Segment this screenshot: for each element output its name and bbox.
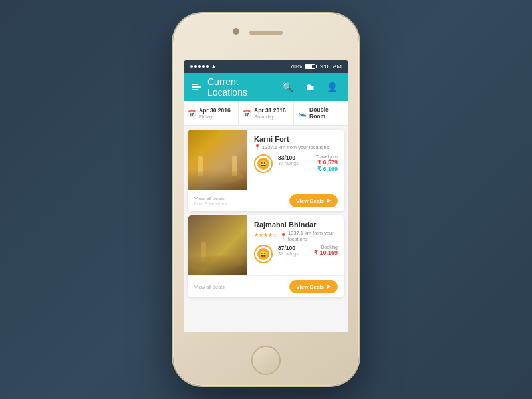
hotel-2-price: Booking ₹ 10,169 — [314, 245, 338, 256]
room-text: Double Room — [309, 106, 344, 120]
hotel-2-card-bottom: View all deals View Deals ➤ — [188, 275, 344, 297]
calendar-icon: 📅 — [188, 110, 196, 117]
hotel-1-distance: 📍 1337.1 km from your locations — [254, 144, 338, 150]
signal-icon — [190, 65, 209, 68]
hotel-card-2: Rajmahal Bhindar ★★★★☆ 📍 1337.1 km from … — [188, 215, 344, 297]
menu-icon[interactable] — [192, 84, 201, 90]
status-left: ▲ — [190, 63, 217, 70]
smile-icon: 😀 — [257, 158, 269, 170]
hotel-1-rating-row: 😀 83/100 37 ratings Travelguru ₹ 6,579 ₹… — [254, 154, 338, 173]
hotel-2-deals-label: View all deals — [194, 284, 225, 290]
hotel-1-view-deals-button[interactable]: View Deals ➤ — [289, 194, 338, 207]
pin-icon: 📍 — [254, 144, 261, 150]
app-header: Current Locations 🔍 🖿 👤 — [184, 73, 348, 101]
room-type: Double Room — [309, 106, 344, 120]
checkout-filter[interactable]: 📅 Apr 31 2016 Saturday — [239, 101, 294, 125]
hotel-1-source: Travelguru — [316, 154, 338, 159]
hotels-list: Karni Fort 📍 1337.1 km from your locatio… — [184, 126, 348, 332]
hotel-1-price: Travelguru ₹ 6,579 ₹ 6,169 — [316, 154, 338, 172]
checkin-date: Apr 30 2016 — [199, 107, 231, 114]
page-title: Current Locations — [207, 76, 273, 98]
hotel-2-rating-text: 87/100 37 ratings — [278, 245, 299, 256]
hotel-card-2-top: Rajmahal Bhindar ★★★★☆ 📍 1337.1 km from … — [188, 215, 344, 275]
hotel-2-score: 87/100 — [278, 245, 299, 251]
hotel-1-name: Karni Fort — [254, 135, 338, 143]
map-icon[interactable]: 🖿 — [303, 79, 317, 95]
checkin-day: Firday — [199, 114, 231, 120]
user-icon[interactable]: 👤 — [324, 79, 340, 95]
hotel-1-rating-badge: 😀 — [254, 154, 273, 173]
smile2-icon: 😀 — [257, 248, 269, 260]
hotel-2-image — [188, 215, 247, 275]
hotel-1-score: 83/100 — [278, 154, 299, 161]
search-icon[interactable]: 🔍 — [279, 79, 296, 95]
hotel-1-original-price: ₹ 6,579 — [316, 159, 338, 166]
hotel-1-deals-info: View all deals from 3 websites — [194, 196, 227, 206]
arrow-icon: ➤ — [326, 198, 331, 204]
status-bar: ▲ 70% 9:00 AM — [184, 60, 348, 73]
hotel-1-discount-price: ₹ 6,169 — [316, 166, 338, 172]
checkout-day: Saturday — [254, 114, 286, 120]
checkout-text: Apr 31 2016 Saturday — [254, 107, 286, 120]
pin2-icon: 📍 — [280, 233, 287, 239]
hotel-2-info: Rajmahal Bhindar ★★★★☆ 📍 1337.1 km from … — [247, 215, 344, 275]
hotel-2-distance: 📍 1337.1 km from your locations — [280, 230, 338, 242]
phone-camera — [233, 28, 239, 35]
clock: 9:00 AM — [320, 63, 342, 70]
hotel-2-meta: ★★★★☆ 📍 1337.1 km from your locations — [254, 230, 338, 242]
hotel-2-count: 37 ratings — [278, 251, 299, 256]
room-filter[interactable]: 🛌 Double Room — [294, 101, 348, 125]
status-right: 70% 9:00 AM — [290, 63, 342, 70]
hotel-1-card-bottom: View all deals from 3 websites View Deal… — [188, 190, 344, 211]
phone-home-button[interactable] — [251, 346, 281, 375]
hotel-2-name: Rajmahal Bhindar — [254, 221, 338, 229]
hotel-1-rating-text: 83/100 37 ratings — [278, 154, 299, 166]
checkin-filter[interactable]: 📅 Apr 30 2016 Firday — [184, 101, 239, 125]
hotel-2-rating-row: 😀 87/100 37 ratings Booking ₹ 10,169 — [254, 245, 338, 263]
checkin-text: Apr 30 2016 Firday — [199, 107, 231, 120]
hotel-2-deals-info: View all deals — [194, 284, 225, 290]
phone-frame: ▲ 70% 9:00 AM Current Locations 🔍 🖿 👤 — [173, 13, 359, 386]
checkout-date: Apr 31 2016 — [254, 107, 286, 114]
hotel-1-info: Karni Fort 📍 1337.1 km from your locatio… — [247, 130, 344, 190]
hotel-card-1: Karni Fort 📍 1337.1 km from your locatio… — [188, 130, 344, 211]
hotel-1-deals-from: from 3 websites — [194, 201, 227, 206]
hotel-1-count: 37 ratings — [278, 161, 299, 166]
bed-icon: 🛌 — [298, 110, 306, 117]
battery-percent: 70% — [290, 63, 302, 70]
hotel-2-rating-badge: 😀 — [254, 245, 273, 263]
hotel-card-1-top: Karni Fort 📍 1337.1 km from your locatio… — [188, 130, 344, 190]
battery-icon — [305, 64, 317, 69]
hotel-1-image — [188, 130, 247, 190]
hotel-1-deals-label: View all deals — [194, 196, 227, 201]
filter-bar: 📅 Apr 30 2016 Firday 📅 Apr 31 2016 Satur… — [184, 101, 348, 126]
phone-speaker — [249, 31, 283, 35]
calendar2-icon: 📅 — [243, 110, 251, 117]
hotel-2-source: Booking — [314, 245, 338, 249]
arrow2-icon: ➤ — [326, 283, 331, 290]
hotel-2-original-price: ₹ 10,169 — [314, 249, 338, 256]
hotel-2-stars: ★★★★☆ — [254, 232, 277, 238]
wifi-icon: ▲ — [211, 63, 217, 70]
phone-screen: ▲ 70% 9:00 AM Current Locations 🔍 🖿 👤 — [184, 60, 348, 332]
hotel-2-view-deals-button[interactable]: View Deals ➤ — [289, 280, 338, 293]
